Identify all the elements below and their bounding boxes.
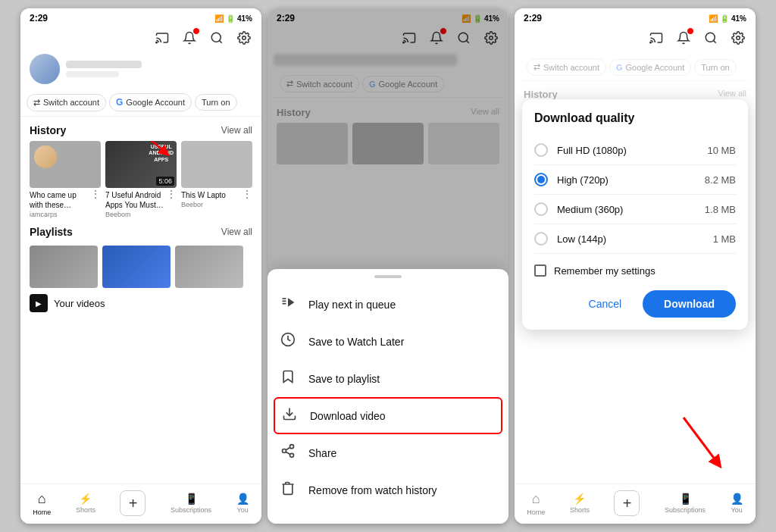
thumb-channel-1: iamcarps — [30, 211, 101, 218]
phone-screen-1: 2:29 📶 🔋 41% — [20, 8, 261, 524]
switch-account-button[interactable]: ⇄ Switch account — [27, 94, 106, 111]
remove-icon — [280, 480, 296, 499]
battery-icon: 🔋 — [226, 14, 235, 23]
svg-point-16 — [290, 445, 294, 449]
svg-line-19 — [286, 452, 290, 454]
search-icon[interactable] — [208, 30, 225, 46]
remember-label: Remember my settings — [554, 265, 656, 277]
share-item[interactable]: Share — [268, 434, 508, 471]
remove-history-label: Remove from watch history — [308, 484, 437, 496]
home-icon: ⌂ — [38, 491, 46, 507]
quality-low[interactable]: Low (144p) 1 MB — [534, 224, 736, 254]
history-view-all[interactable]: View all — [221, 125, 252, 136]
phone-screen-3: 2:29 📶 🔋 41% — [515, 8, 756, 524]
notif-badge-3 — [687, 27, 694, 35]
notification-badge — [192, 27, 200, 35]
search-icon-3[interactable] — [702, 30, 719, 46]
remember-row[interactable]: Remember my settings — [534, 257, 736, 284]
download-button[interactable]: Download — [643, 290, 736, 318]
watch-later-item[interactable]: Save to Watch Later — [268, 323, 508, 360]
thumb-item-2[interactable]: USEFULANDROIDAPPS 5:06 7 Useful Android … — [105, 141, 177, 218]
thumb-item-3[interactable]: This W Lapto ⋮ Beebor — [181, 141, 252, 218]
subscriptions-icon-3: 📱 — [679, 493, 692, 505]
switch-account-label: Switch account — [43, 98, 99, 107]
nav-you-3[interactable]: 👤 You — [731, 493, 743, 514]
svg-line-23 — [713, 40, 715, 42]
channel-bar — [20, 49, 261, 89]
thumb-img-1 — [30, 141, 101, 188]
thumb-title-2: 7 Useful Android Apps You Must Try! — [105, 190, 166, 210]
battery-pct-3: 41% — [731, 14, 746, 23]
nav-shorts[interactable]: ⚡ Shorts — [76, 493, 95, 514]
signal-icon: 📶 — [214, 14, 224, 23]
cancel-button[interactable]: Cancel — [574, 290, 637, 318]
settings-icon-3[interactable] — [730, 30, 746, 46]
nav-add[interactable]: + — [120, 490, 146, 516]
screenshots-container: 2:29 📶 🔋 41% — [0, 0, 776, 532]
channel-info — [66, 61, 252, 77]
you-label-3: You — [731, 506, 743, 514]
share-icon — [280, 443, 296, 462]
time-3: 2:29 — [524, 13, 542, 23]
svg-point-0 — [156, 42, 158, 43]
quality-medium-size: 1.8 MB — [705, 204, 736, 215]
save-playlist-label: Save to playlist — [308, 373, 380, 385]
bg-content-3: ⇄Switch account GGoogle Account Turn on — [515, 49, 756, 86]
remove-history-item[interactable]: Remove from watch history — [268, 471, 508, 509]
svg-point-17 — [283, 449, 286, 453]
svg-point-22 — [706, 33, 715, 42]
nav-shorts-3[interactable]: ⚡ Shorts — [570, 493, 590, 514]
shorts-icon: ⚡ — [79, 493, 92, 505]
radio-low[interactable] — [534, 232, 548, 246]
play-next-item[interactable]: Play next in queue — [268, 286, 508, 323]
save-playlist-item[interactable]: Save to playlist — [268, 360, 508, 397]
time-1: 2:29 — [30, 13, 48, 23]
notification-icon-3[interactable] — [675, 30, 692, 46]
quality-fullhd[interactable]: Full HD (1080p) 10 MB — [534, 136, 736, 165]
thumb-item-1[interactable]: Who came up with these names!? 🇩🇪 ⋮ iamc… — [30, 141, 101, 218]
radio-medium[interactable] — [534, 202, 548, 216]
you-icon-3: 👤 — [731, 493, 743, 505]
subscriptions-icon: 📱 — [185, 493, 198, 505]
watch-later-label: Save to Watch Later — [308, 336, 404, 348]
quality-medium[interactable]: Medium (360p) 1.8 MB — [534, 195, 736, 224]
your-videos[interactable]: ▶ Your videos — [20, 288, 261, 318]
channel-sub-bar — [66, 71, 119, 77]
playlist-thumb-3[interactable] — [175, 246, 243, 288]
turn-on-button[interactable]: Turn on — [195, 94, 237, 111]
nav-home[interactable]: ⌂ Home — [33, 491, 51, 516]
google-account-button[interactable]: G Google Account — [109, 93, 192, 111]
nav-add-3[interactable]: + — [614, 490, 640, 516]
notification-icon[interactable] — [181, 30, 198, 46]
quality-high-size: 8.2 MB — [705, 174, 736, 186]
nav-you[interactable]: 👤 You — [236, 493, 249, 514]
cast-icon-3[interactable] — [648, 30, 665, 46]
remember-checkbox[interactable] — [534, 264, 546, 277]
playlist-thumb-2[interactable] — [102, 246, 171, 288]
nav-subscriptions[interactable]: 📱 Subscriptions — [171, 493, 211, 514]
three-dots-3[interactable]: ⋮ — [242, 188, 252, 200]
add-button[interactable]: + — [120, 490, 146, 516]
thumb-title-3: This W Lapto — [181, 190, 226, 200]
nav-home-3[interactable]: ⌂ Home — [527, 491, 545, 516]
quality-high[interactable]: High (720p) 8.2 MB — [534, 165, 736, 195]
playlists-title: Playlists — [30, 226, 73, 238]
shorts-label-3: Shorts — [570, 506, 590, 514]
svg-point-18 — [290, 453, 294, 457]
three-dots-2[interactable]: ⋮ — [166, 188, 177, 200]
radio-fullhd[interactable] — [534, 143, 548, 157]
playlist-thumb-1[interactable] — [30, 246, 98, 288]
three-dots-1[interactable]: ⋮ — [90, 188, 101, 200]
cast-icon[interactable] — [154, 30, 171, 46]
playlists-view-all[interactable]: View all — [221, 227, 252, 237]
download-video-item[interactable]: Download video — [274, 397, 502, 434]
radio-high[interactable] — [534, 173, 548, 186]
nav-subscriptions-3[interactable]: 📱 Subscriptions — [665, 493, 706, 514]
settings-icon[interactable] — [236, 30, 252, 46]
thumb-img-2: USEFULANDROIDAPPS 5:06 — [105, 141, 177, 188]
context-menu: Play next in queue Save to Watch Later S… — [268, 269, 508, 524]
add-button-3[interactable]: + — [614, 490, 640, 516]
svg-point-3 — [242, 36, 246, 40]
dialog-title: Download quality — [534, 111, 736, 125]
quality-medium-label: Medium (360p) — [557, 204, 696, 215]
